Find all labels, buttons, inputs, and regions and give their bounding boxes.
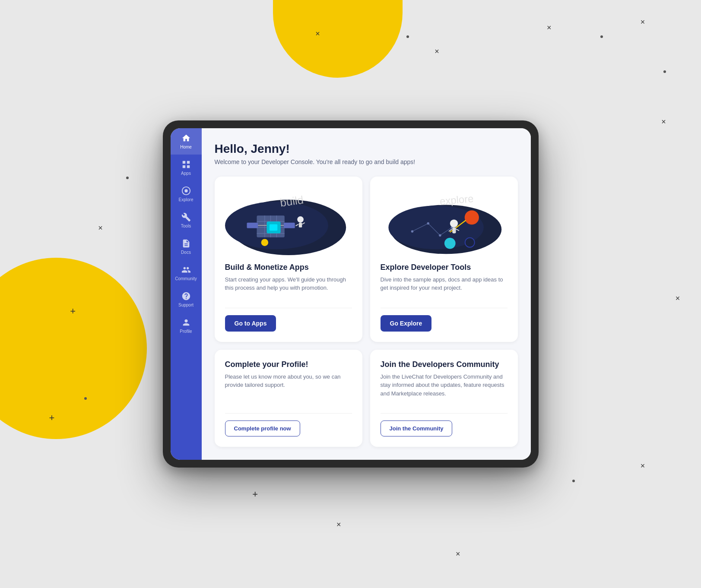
deco-plus3: + <box>252 489 258 500</box>
card-build: build <box>215 177 362 342</box>
svg-point-41 <box>450 219 457 227</box>
svg-point-34 <box>427 222 429 225</box>
deco-x6: × <box>676 294 680 303</box>
cards-top-row: build <box>215 177 518 342</box>
deco-dot6 <box>572 480 575 482</box>
go-to-apps-button[interactable]: Go to Apps <box>225 315 276 332</box>
deco-plus2: + <box>49 412 55 424</box>
deco-x3: × <box>547 23 552 32</box>
build-divider <box>225 308 352 308</box>
sidebar-item-home[interactable]: Home <box>171 128 202 155</box>
sidebar-item-explore[interactable]: Explore <box>171 181 202 207</box>
svg-point-23 <box>297 216 304 223</box>
sidebar-item-community[interactable]: Community <box>171 260 202 286</box>
sidebar: Home Apps Explore Tool <box>171 128 202 460</box>
svg-rect-19 <box>283 223 295 228</box>
svg-rect-2 <box>182 165 185 168</box>
deco-x5: × <box>661 117 666 126</box>
deco-dot1 <box>406 35 409 38</box>
cards-bottom-row: Complete your Profile! Please let us kno… <box>215 350 518 447</box>
explore-card-title: Explore Developer Tools <box>381 263 508 272</box>
svg-rect-17 <box>269 224 277 231</box>
svg-point-37 <box>464 210 479 224</box>
sidebar-item-support[interactable]: Support <box>171 286 202 313</box>
svg-text:explore: explore <box>439 193 473 207</box>
community-card-desc: Join the LiveChat for Developers Communi… <box>381 373 508 398</box>
deco-x7: × <box>641 462 645 471</box>
card-explore: explore <box>370 177 518 342</box>
svg-rect-42 <box>452 228 456 234</box>
go-explore-button[interactable]: Go Explore <box>381 315 432 332</box>
card-community: Join the Developers Community Join the L… <box>370 350 518 447</box>
profile-card-title: Complete your Profile! <box>225 360 352 369</box>
explore-illustration: explore <box>381 187 508 256</box>
deco-plus1: + <box>70 306 76 317</box>
svg-point-22 <box>261 239 268 246</box>
community-divider <box>381 413 508 414</box>
deco-x1: × <box>315 29 320 38</box>
complete-profile-button[interactable]: Complete profile now <box>225 420 300 436</box>
svg-point-35 <box>439 234 441 237</box>
explore-card-desc: Dive into the sample apps, docs and app … <box>381 275 508 292</box>
card-profile: Complete your Profile! Please let us kno… <box>215 350 362 447</box>
sidebar-item-apps[interactable]: Apps <box>171 155 202 181</box>
sidebar-item-tools[interactable]: Tools <box>171 207 202 234</box>
build-card-desc: Start creating your apps. We'll guide yo… <box>225 275 352 292</box>
svg-rect-1 <box>187 161 189 164</box>
svg-rect-3 <box>187 165 189 168</box>
bg-semicircle <box>273 0 403 78</box>
page-title: Hello, Jenny! <box>215 142 518 156</box>
build-illustration: build <box>225 187 352 256</box>
deco-x2: × <box>435 47 439 56</box>
svg-point-5 <box>184 189 187 192</box>
deco-x8: × <box>336 520 341 529</box>
deco-x4: × <box>641 18 645 27</box>
page-subtitle: Welcome to your Developer Console. You'r… <box>215 158 518 165</box>
svg-point-40 <box>465 237 474 247</box>
device-inner: Home Apps Explore Tool <box>171 128 531 460</box>
bg-circle <box>0 258 147 439</box>
explore-divider <box>381 308 508 308</box>
profile-card-desc: Please let us know more about you, so we… <box>225 373 352 398</box>
community-card-title: Join the Developers Community <box>381 360 508 369</box>
svg-point-39 <box>444 237 455 249</box>
build-card-title: Build & Monetize Apps <box>225 263 352 272</box>
deco-x10: × <box>98 224 103 233</box>
svg-rect-0 <box>182 161 185 164</box>
deco-dot4 <box>126 177 129 179</box>
main-content: Hello, Jenny! Welcome to your Developer … <box>202 128 531 460</box>
deco-x9: × <box>456 550 460 559</box>
svg-rect-24 <box>298 223 301 228</box>
svg-rect-18 <box>247 223 258 228</box>
deco-dot5 <box>84 397 87 400</box>
deco-dot3 <box>663 70 666 73</box>
sidebar-item-docs[interactable]: Docs <box>171 234 202 260</box>
join-community-button[interactable]: Join the Community <box>381 420 453 436</box>
profile-divider <box>225 413 352 414</box>
device-frame: Home Apps Explore Tool <box>163 120 539 468</box>
deco-dot2 <box>600 35 603 38</box>
svg-point-33 <box>411 230 413 233</box>
sidebar-item-profile[interactable]: Profile <box>171 313 202 339</box>
